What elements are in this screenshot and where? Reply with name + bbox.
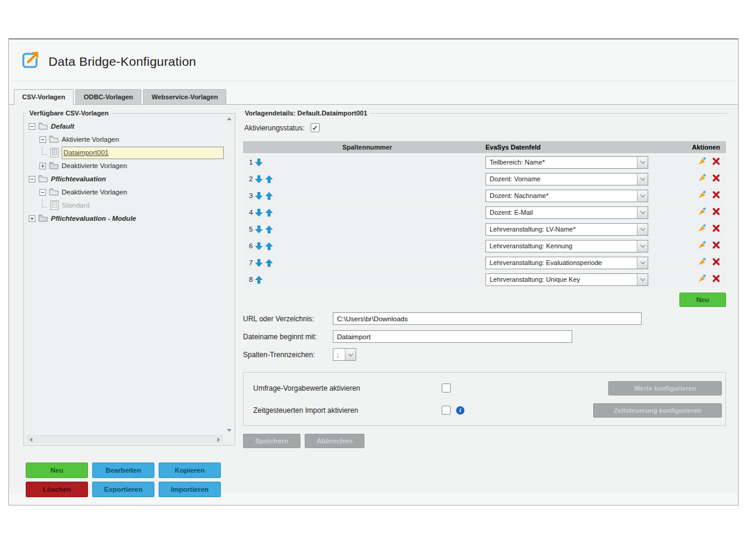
- datafield-select[interactable]: Dozent: E-Mail: [485, 206, 648, 219]
- export-template-button[interactable]: Exportieren: [92, 482, 154, 497]
- collapse-minus-icon[interactable]: [40, 136, 46, 143]
- tree-label-disabled[interactable]: Standard: [62, 202, 90, 209]
- delete-x-icon[interactable]: [712, 224, 720, 235]
- delete-x-icon[interactable]: [712, 174, 720, 184]
- move-up-icon[interactable]: [265, 192, 273, 200]
- tree-item-default[interactable]: Default: [29, 120, 224, 133]
- tree-label[interactable]: Deaktivierte Vorlagen: [62, 188, 127, 196]
- chevron-down-icon[interactable]: [637, 224, 648, 235]
- tree-item-deaktivierte-vorlagen-pflicht[interactable]: Deaktivierte Vorlagen: [29, 185, 224, 199]
- chevron-down-icon[interactable]: [637, 174, 648, 185]
- edit-template-button[interactable]: Bearbeiten: [92, 462, 154, 478]
- delete-x-icon[interactable]: [712, 241, 720, 251]
- tree-item-pflichtevaluation[interactable]: Pflichtevaluation: [29, 172, 224, 185]
- move-up-icon[interactable]: [265, 242, 273, 250]
- move-up-icon[interactable]: [265, 175, 273, 183]
- url-input[interactable]: C:\Users\br\Downloads: [333, 312, 642, 325]
- chevron-down-icon[interactable]: [637, 257, 648, 269]
- move-up-icon[interactable]: [265, 259, 273, 267]
- assign-funnel-icon[interactable]: [698, 224, 706, 235]
- scroll-down-icon[interactable]: [227, 429, 232, 432]
- delete-x-icon[interactable]: [712, 257, 720, 268]
- assign-funnel-icon[interactable]: [698, 174, 706, 184]
- scroll-left-icon[interactable]: [29, 437, 32, 442]
- scheduled-import-checkbox[interactable]: [442, 406, 451, 415]
- tree-horizontal-scrollbar[interactable]: [27, 435, 223, 443]
- delete-x-icon[interactable]: [712, 274, 720, 285]
- tree-label-selected[interactable]: Dataimport001: [62, 147, 224, 159]
- tree-label[interactable]: Pflichtevaluation: [51, 175, 106, 182]
- delete-template-button[interactable]: Löschen: [26, 482, 88, 497]
- move-down-icon[interactable]: [255, 242, 263, 250]
- tree-item-dataimport001[interactable]: Dataimport001: [29, 146, 224, 159]
- column-number: 8: [249, 276, 253, 283]
- tab-webservice-vorlagen[interactable]: Webservice-Vorlagen: [143, 89, 226, 105]
- info-icon[interactable]: i: [456, 406, 464, 415]
- tree-item-deaktivierte-vorlagen-default[interactable]: Deaktivierte Vorlagen: [29, 159, 224, 172]
- tree-label[interactable]: Default: [51, 123, 74, 130]
- datafield-select[interactable]: Lehrveranstaltung: Evaluationsperiode: [485, 257, 648, 269]
- tab-csv-vorlagen[interactable]: CSV-Vorlagen: [14, 89, 74, 105]
- delete-x-icon[interactable]: [712, 190, 720, 201]
- delete-x-icon[interactable]: [712, 207, 720, 218]
- datafield-select[interactable]: Lehrveranstaltung: Kennung: [485, 240, 648, 252]
- move-up-icon[interactable]: [265, 209, 273, 217]
- tree-connector: [42, 147, 47, 155]
- collapse-minus-icon[interactable]: [40, 189, 46, 196]
- tree-label[interactable]: Aktivierte Vorlagen: [62, 136, 119, 143]
- configure-values-button[interactable]: Werte konfigurieren: [608, 381, 722, 395]
- move-up-icon[interactable]: [265, 226, 273, 233]
- import-template-button[interactable]: Importieren: [159, 482, 221, 497]
- chevron-down-icon[interactable]: [637, 207, 648, 218]
- tab-odbc-vorlagen[interactable]: ODBC-Vorlagen: [75, 89, 141, 105]
- filename-input[interactable]: Dataimport: [333, 330, 572, 343]
- collapse-minus-icon[interactable]: [29, 176, 35, 182]
- datafield-select[interactable]: Lehrveranstaltung: Unique Key: [485, 273, 648, 286]
- save-button[interactable]: Speichern: [243, 434, 300, 448]
- move-up-icon[interactable]: [255, 276, 263, 284]
- chevron-down-icon[interactable]: [637, 241, 648, 252]
- activation-checkbox[interactable]: ✓: [311, 123, 320, 132]
- collapse-minus-icon[interactable]: [29, 123, 35, 130]
- add-column-button[interactable]: Neu: [679, 293, 726, 307]
- table-row: 8 Lehrveranstaltung: Unique Key: [243, 272, 726, 287]
- assign-funnel-icon[interactable]: [698, 207, 706, 218]
- move-down-icon[interactable]: [255, 209, 263, 217]
- assign-funnel-icon[interactable]: [698, 257, 706, 268]
- move-down-icon[interactable]: [255, 259, 263, 267]
- tree-vertical-scrollbar[interactable]: [225, 117, 233, 432]
- tree-item-standard[interactable]: Standard: [29, 199, 224, 212]
- datafield-select[interactable]: Teilbereich: Name*: [485, 156, 648, 169]
- chevron-down-icon[interactable]: [345, 349, 356, 360]
- copy-template-button[interactable]: Kopieren: [159, 462, 221, 478]
- datafield-select[interactable]: Lehrveranstaltung: LV-Name*: [485, 223, 648, 236]
- delete-x-icon[interactable]: [712, 157, 720, 168]
- scroll-right-icon[interactable]: [217, 437, 220, 442]
- move-down-icon[interactable]: [255, 226, 263, 233]
- datafield-select[interactable]: Dozent: Nachname*: [485, 190, 648, 202]
- assign-funnel-icon[interactable]: [698, 190, 706, 201]
- assign-funnel-icon[interactable]: [698, 157, 706, 168]
- scroll-up-icon[interactable]: [227, 117, 232, 120]
- tree-label[interactable]: Deaktivierte Vorlagen: [62, 162, 127, 169]
- separator-select[interactable]: ;: [333, 348, 356, 361]
- move-down-icon[interactable]: [255, 159, 263, 166]
- new-template-button[interactable]: Neu: [26, 462, 88, 478]
- default-values-label: Umfrage-Vorgabewerte aktivieren: [253, 384, 442, 392]
- assign-funnel-icon[interactable]: [698, 241, 706, 251]
- chevron-down-icon[interactable]: [637, 190, 648, 202]
- expand-plus-icon[interactable]: [29, 215, 35, 222]
- tree-item-pflichtevaluation-module[interactable]: Pflichtevaluation - Module: [29, 212, 224, 225]
- tree-item-aktivierte-vorlagen[interactable]: Aktivierte Vorlagen: [29, 133, 224, 146]
- expand-plus-icon[interactable]: [40, 163, 46, 169]
- default-values-checkbox[interactable]: [442, 384, 451, 392]
- configure-schedule-button[interactable]: Zeitsteuerung konfigurieren: [593, 403, 722, 418]
- tree-label[interactable]: Pflichtevaluation - Module: [51, 215, 136, 222]
- cancel-button[interactable]: Abbrechen: [305, 434, 365, 448]
- datafield-select[interactable]: Dozent: Vorname: [485, 173, 648, 185]
- move-down-icon[interactable]: [255, 175, 263, 183]
- chevron-down-icon[interactable]: [637, 274, 648, 285]
- assign-funnel-icon[interactable]: [698, 274, 706, 285]
- move-down-icon[interactable]: [255, 192, 263, 200]
- chevron-down-icon[interactable]: [637, 157, 648, 168]
